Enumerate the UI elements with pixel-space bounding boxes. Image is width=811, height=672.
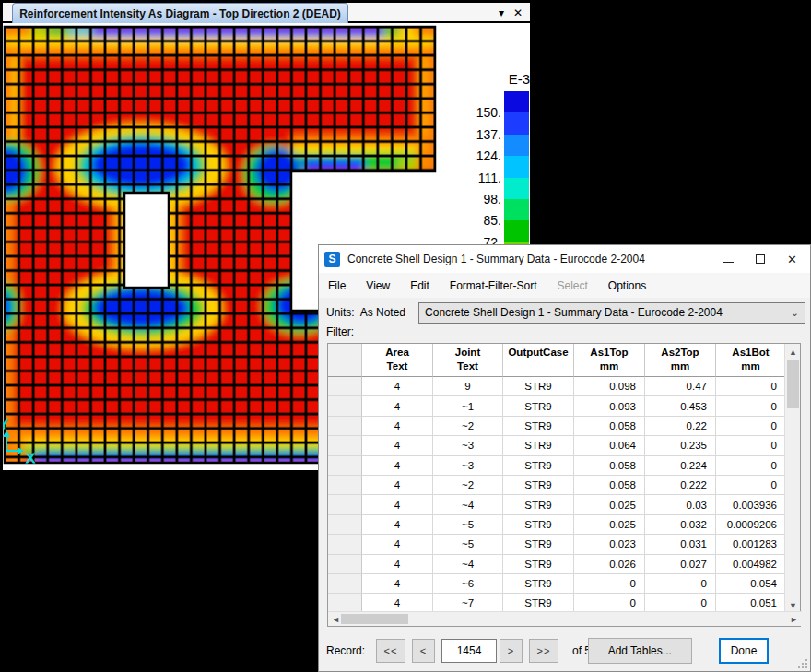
add-tables-button[interactable]: Add Tables... xyxy=(588,638,692,664)
table-cell[interactable]: STR9 xyxy=(503,396,574,416)
table-cell[interactable]: 9 xyxy=(433,377,503,396)
done-button[interactable]: Done xyxy=(719,638,769,664)
resize-grip[interactable] xyxy=(798,659,807,668)
last-record-button[interactable]: >> xyxy=(529,639,558,663)
row-selector-cell[interactable] xyxy=(328,436,362,455)
table-cell[interactable]: ~5 xyxy=(433,535,503,554)
next-record-button[interactable]: > xyxy=(500,639,523,663)
table-cell[interactable]: 0.025 xyxy=(574,515,645,535)
scroll-right-icon[interactable]: ► xyxy=(786,612,802,626)
table-cell[interactable]: STR9 xyxy=(503,377,574,396)
table-cell[interactable]: ~3 xyxy=(433,436,503,455)
table-cell[interactable]: 4 xyxy=(362,555,433,574)
table-cell[interactable]: ~1 xyxy=(433,396,503,416)
table-cell[interactable]: 0 xyxy=(716,456,786,476)
table-cell[interactable]: STR9 xyxy=(503,436,574,455)
row-selector-cell[interactable] xyxy=(328,495,362,514)
table-cell[interactable]: 0.222 xyxy=(645,476,716,495)
vertical-scroll-thumb[interactable] xyxy=(787,360,799,408)
column-header[interactable]: AreaText xyxy=(362,344,433,377)
table-cell[interactable]: 4 xyxy=(362,436,433,455)
column-header[interactable]: OutputCase xyxy=(503,344,574,377)
close-icon[interactable]: ✕ xyxy=(787,253,797,265)
row-selector-cell[interactable] xyxy=(328,396,362,416)
table-cell[interactable]: 4 xyxy=(362,417,433,436)
table-cell[interactable]: STR9 xyxy=(503,515,574,535)
horizontal-scrollbar[interactable]: ◄ ► xyxy=(328,611,802,626)
table-cell[interactable]: 4 xyxy=(362,515,433,535)
column-header[interactable]: JointText xyxy=(433,344,503,377)
table-cell[interactable]: 0 xyxy=(716,476,786,495)
table-cell[interactable]: 0.031 xyxy=(645,535,716,554)
table-cell[interactable]: 0.026 xyxy=(574,555,645,574)
table-cell[interactable]: ~4 xyxy=(433,495,503,514)
table-cell[interactable]: 0.001283 xyxy=(716,535,786,554)
table-cell[interactable]: ~6 xyxy=(433,574,503,594)
table-cell[interactable]: 0.058 xyxy=(574,476,645,495)
table-cell[interactable]: 0.032 xyxy=(645,515,716,535)
window-close-icon[interactable]: ✕ xyxy=(513,7,523,18)
table-cell[interactable]: 0.47 xyxy=(645,377,716,396)
table-cell[interactable]: STR9 xyxy=(503,555,574,574)
diagram-window-tab[interactable]: Reinforcement Intensity As Diagram - Top… xyxy=(12,3,348,23)
table-cell[interactable]: 4 xyxy=(362,476,433,495)
record-number-input[interactable] xyxy=(441,639,497,663)
table-cell[interactable]: 0.22 xyxy=(645,417,716,436)
table-cell[interactable]: STR9 xyxy=(503,495,574,514)
table-cell[interactable]: 0.023 xyxy=(574,535,645,554)
table-cell[interactable]: 0.004982 xyxy=(716,555,786,574)
table-cell[interactable]: 4 xyxy=(362,495,433,514)
table-cell[interactable]: 0.025 xyxy=(574,495,645,514)
table-cell[interactable]: ~4 xyxy=(433,555,503,574)
table-cell[interactable]: 0.093 xyxy=(574,396,645,416)
table-cell[interactable]: 0.054 xyxy=(716,574,786,594)
table-cell[interactable]: 4 xyxy=(362,574,433,594)
table-cell[interactable]: 0.0009206 xyxy=(716,515,786,535)
table-cell[interactable]: 0.224 xyxy=(645,456,716,476)
table-cell[interactable]: 4 xyxy=(362,396,433,416)
row-selector-cell[interactable] xyxy=(328,515,362,535)
table-cell[interactable]: 0 xyxy=(716,417,786,436)
table-cell[interactable]: 0 xyxy=(574,574,645,594)
table-cell[interactable]: 0.235 xyxy=(645,436,716,455)
table-cell[interactable]: ~3 xyxy=(433,456,503,476)
row-selector-cell[interactable] xyxy=(328,456,362,476)
table-cell[interactable]: 0.064 xyxy=(574,436,645,455)
row-selector-cell[interactable] xyxy=(328,555,362,574)
menu-format-filter-sort[interactable]: Format-Filter-Sort xyxy=(450,279,537,292)
row-selector-cell[interactable] xyxy=(328,417,362,436)
window-menu-arrow-icon[interactable]: ▾ xyxy=(499,7,504,18)
table-cell[interactable]: STR9 xyxy=(503,417,574,436)
row-selector-cell[interactable] xyxy=(328,377,362,396)
table-cell[interactable]: ~5 xyxy=(433,515,503,535)
table-cell[interactable]: 4 xyxy=(362,535,433,554)
maximize-icon[interactable] xyxy=(756,254,765,264)
table-cell[interactable]: 0.03 xyxy=(645,495,716,514)
table-selector-dropdown[interactable]: Concrete Shell Design 1 - Summary Data -… xyxy=(418,302,805,324)
column-header[interactable]: As1Topmm xyxy=(574,344,645,377)
table-cell[interactable]: 4 xyxy=(362,456,433,476)
menu-view[interactable]: View xyxy=(366,279,390,292)
scroll-up-icon[interactable]: ▲ xyxy=(785,344,801,360)
row-selector-cell[interactable] xyxy=(328,476,362,495)
table-cell[interactable]: 0 xyxy=(645,574,716,594)
horizontal-scroll-thumb[interactable] xyxy=(341,614,408,624)
table-cell[interactable]: 0 xyxy=(716,436,786,455)
table-cell[interactable]: STR9 xyxy=(503,476,574,495)
menu-edit[interactable]: Edit xyxy=(410,279,429,292)
row-selector-cell[interactable] xyxy=(328,535,362,554)
table-cell[interactable]: STR9 xyxy=(503,574,574,594)
minimize-icon[interactable] xyxy=(723,262,734,263)
table-cell[interactable]: 0.098 xyxy=(574,377,645,396)
table-cell[interactable]: 4 xyxy=(362,377,433,396)
table-cell[interactable]: STR9 xyxy=(503,535,574,554)
table-cell[interactable]: 0.027 xyxy=(645,555,716,574)
column-header[interactable]: As1Botmm xyxy=(716,344,786,377)
row-selector-cell[interactable] xyxy=(328,574,362,594)
table-cell[interactable]: 0 xyxy=(716,396,786,416)
table-cell[interactable]: ~2 xyxy=(433,417,503,436)
table-cell[interactable]: 0.003936 xyxy=(716,495,786,514)
menu-file[interactable]: File xyxy=(328,279,346,292)
table-cell[interactable]: 0 xyxy=(716,377,786,396)
table-cell[interactable]: 0.453 xyxy=(645,396,716,416)
